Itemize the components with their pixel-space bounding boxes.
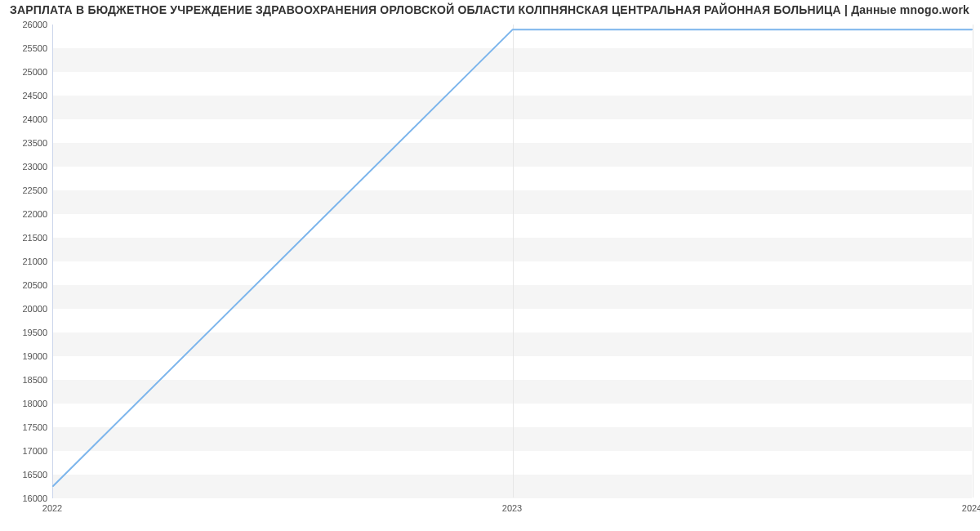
y-tick-label: 19500 <box>5 328 47 337</box>
y-tick-label: 16500 <box>5 470 47 480</box>
y-tick-label: 26000 <box>5 20 47 29</box>
y-tick-label: 24500 <box>5 91 47 100</box>
y-tick-label: 22500 <box>5 185 47 195</box>
y-tick-label: 21000 <box>5 257 47 266</box>
x-tick-label: 2022 <box>42 503 62 513</box>
y-tick-label: 20000 <box>5 304 47 314</box>
y-tick-label: 19000 <box>5 351 47 361</box>
y-tick-label: 16000 <box>5 493 47 503</box>
x-gridline <box>973 25 973 498</box>
y-tick-label: 20500 <box>5 280 47 290</box>
x-tick-label: 2024 <box>962 503 980 513</box>
chart-title: ЗАРПЛАТА В БЮДЖЕТНОЕ УЧРЕЖДЕНИЕ ЗДРАВООХ… <box>10 3 969 16</box>
y-tick-label: 18500 <box>5 375 47 385</box>
x-tick-label: 2023 <box>502 503 522 513</box>
y-tick-label: 25500 <box>5 43 47 53</box>
series-line-layer <box>53 25 972 498</box>
y-tick-label: 21500 <box>5 233 47 243</box>
series-line <box>53 29 972 486</box>
y-tick-label: 25000 <box>5 67 47 77</box>
plot-area <box>52 25 972 498</box>
y-tick-label: 17500 <box>5 422 47 432</box>
y-tick-label: 23500 <box>5 138 47 148</box>
y-tick-label: 24000 <box>5 114 47 124</box>
y-tick-label: 22000 <box>5 209 47 219</box>
y-tick-label: 18000 <box>5 399 47 408</box>
y-tick-label: 23000 <box>5 162 47 172</box>
chart-container: ЗАРПЛАТА В БЮДЖЕТНОЕ УЧРЕЖДЕНИЕ ЗДРАВООХ… <box>0 0 980 531</box>
y-tick-label: 17000 <box>5 446 47 456</box>
